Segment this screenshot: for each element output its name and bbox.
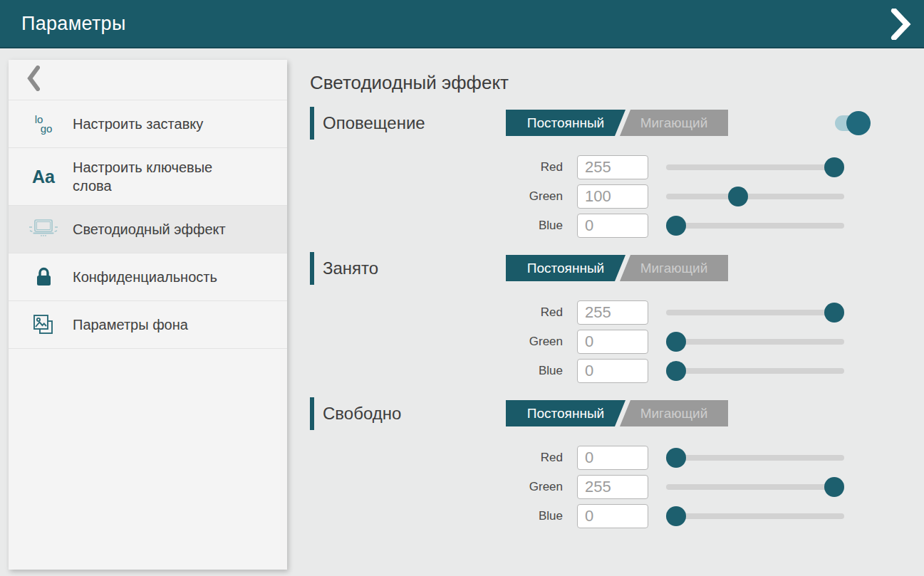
rgb-label: Red xyxy=(310,160,577,174)
rgb-label: Red xyxy=(310,305,577,320)
section-accent-bar xyxy=(310,252,314,285)
slider-thumb[interactable] xyxy=(728,187,748,206)
slider-thumb[interactable] xyxy=(666,506,686,526)
slider-track xyxy=(666,223,844,229)
slider-thumb[interactable] xyxy=(824,157,844,177)
sidebar-item-led-effect[interactable]: Светодиодный эффект xyxy=(9,206,287,253)
section-accent-bar xyxy=(310,107,314,140)
slider-thumb[interactable] xyxy=(666,216,686,236)
mode-segmented-control: Постоянный Мигающий xyxy=(506,110,728,136)
green-value-input[interactable] xyxy=(577,330,648,354)
logo-icon: lo go xyxy=(27,115,60,133)
slider-track xyxy=(666,164,844,170)
green-slider[interactable] xyxy=(666,477,844,497)
slider-thumb[interactable] xyxy=(666,448,686,468)
rgb-row-red: Red xyxy=(310,443,924,472)
section-label: Занято xyxy=(323,258,378,278)
sidebar: lo go Настроить заставку Aa Настроить кл… xyxy=(9,60,287,570)
section-label: Оповещение xyxy=(323,113,425,133)
sidebar-item-privacy[interactable]: Конфиденциальность xyxy=(9,253,287,301)
red-slider[interactable] xyxy=(666,157,844,177)
toggle-thumb xyxy=(846,111,871,135)
section-free: Свободно Постоянный Мигающий Red Green xyxy=(310,397,924,530)
slider-track xyxy=(666,194,844,199)
led-monitor-icon xyxy=(27,217,60,241)
mode-constant-button[interactable]: Постоянный xyxy=(506,255,625,281)
rgb-label: Green xyxy=(310,480,577,494)
red-value-input[interactable] xyxy=(577,300,648,325)
sidebar-item-keywords[interactable]: Aa Настроить ключевые слова xyxy=(9,148,287,206)
chevron-right-icon[interactable] xyxy=(890,9,913,40)
app-title: Параметры xyxy=(0,13,126,35)
slider-track xyxy=(666,310,844,315)
main-content: Светодиодный эффект Оповещение Постоянны… xyxy=(310,60,924,542)
keywords-aa-icon: Aa xyxy=(27,167,60,187)
blue-slider[interactable] xyxy=(666,216,844,236)
app-header: Параметры xyxy=(0,0,924,48)
section-busy: Занято Постоянный Мигающий Red Green xyxy=(310,251,924,385)
rgb-label: Red xyxy=(310,451,577,465)
red-slider[interactable] xyxy=(666,303,844,323)
rgb-label: Blue xyxy=(310,364,577,378)
slider-thumb[interactable] xyxy=(666,361,686,381)
sidebar-item-label: Светодиодный эффект xyxy=(73,220,226,239)
mode-constant-button[interactable]: Постоянный xyxy=(506,400,625,426)
mode-constant-button[interactable]: Постоянный xyxy=(506,110,625,136)
slider-track xyxy=(666,455,844,461)
red-slider[interactable] xyxy=(666,448,844,468)
rgb-row-green: Green xyxy=(310,472,924,501)
slider-thumb[interactable] xyxy=(824,477,844,497)
blue-value-input[interactable] xyxy=(577,214,648,238)
sidebar-item-label: Параметры фона xyxy=(73,315,188,334)
rgb-row-blue: Blue xyxy=(310,501,924,530)
rgb-label: Blue xyxy=(310,509,577,523)
rgb-row-blue: Blue xyxy=(310,211,924,240)
mode-blinking-button[interactable]: Мигающий xyxy=(620,255,728,281)
green-value-input[interactable] xyxy=(577,475,648,499)
mode-segmented-control: Постоянный Мигающий xyxy=(506,255,728,281)
page-title: Светодиодный эффект xyxy=(310,72,924,94)
power-toggle[interactable] xyxy=(835,110,871,136)
sidebar-item-label: Конфиденциальность xyxy=(73,268,217,286)
blue-slider[interactable] xyxy=(666,506,844,526)
red-value-input[interactable] xyxy=(577,446,648,470)
section-label: Свободно xyxy=(323,404,401,424)
green-slider[interactable] xyxy=(666,187,844,206)
slider-track xyxy=(666,368,844,374)
slider-track xyxy=(666,513,844,519)
blue-value-input[interactable] xyxy=(577,504,648,528)
sidebar-item-label: Настроить заставку xyxy=(73,115,203,133)
green-value-input[interactable] xyxy=(577,184,648,209)
blue-value-input[interactable] xyxy=(577,359,648,383)
mode-segmented-control: Постоянный Мигающий xyxy=(506,400,728,426)
green-slider[interactable] xyxy=(666,332,844,352)
lock-icon xyxy=(27,266,60,288)
rgb-row-blue: Blue xyxy=(310,356,924,385)
slider-track xyxy=(666,339,844,345)
slider-thumb[interactable] xyxy=(666,332,686,352)
background-images-icon xyxy=(27,312,60,337)
rgb-row-green: Green xyxy=(310,327,924,356)
rgb-label: Green xyxy=(310,189,577,204)
blue-slider[interactable] xyxy=(666,361,844,381)
sidebar-collapse-button[interactable] xyxy=(9,60,287,100)
sidebar-item-label: Настроить ключевые слова xyxy=(73,158,247,195)
section-accent-bar xyxy=(310,397,314,430)
rgb-label: Green xyxy=(310,335,577,349)
mode-blinking-button[interactable]: Мигающий xyxy=(620,400,728,426)
rgb-label: Blue xyxy=(310,219,577,233)
rgb-row-red: Red xyxy=(310,152,924,182)
rgb-row-green: Green xyxy=(310,182,924,211)
sidebar-item-screensaver[interactable]: lo go Настроить заставку xyxy=(9,100,287,148)
sidebar-item-background[interactable]: Параметры фона xyxy=(9,301,287,349)
section-notification: Оповещение Постоянный Мигающий Red Green xyxy=(310,106,924,240)
slider-track xyxy=(666,484,844,490)
red-value-input[interactable] xyxy=(577,155,648,179)
chevron-left-icon xyxy=(27,66,40,94)
mode-blinking-button[interactable]: Мигающий xyxy=(620,110,728,136)
slider-thumb[interactable] xyxy=(824,303,844,323)
rgb-row-red: Red xyxy=(310,298,924,327)
